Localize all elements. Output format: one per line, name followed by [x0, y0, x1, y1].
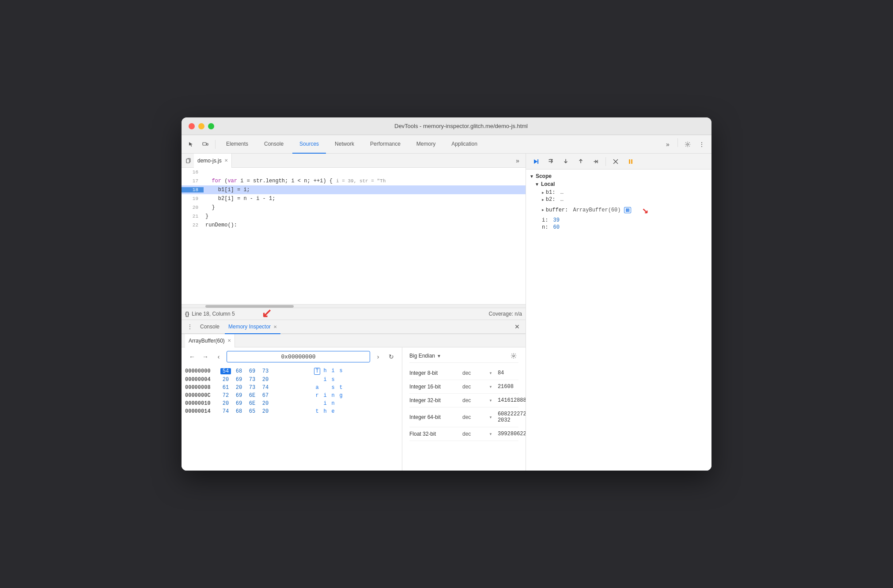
minimize-button[interactable]: [198, 123, 204, 129]
addr-next-btn[interactable]: ›: [373, 351, 383, 362]
device-toggle-icon[interactable]: [199, 138, 212, 151]
ascii-1-1[interactable]: i: [322, 377, 328, 383]
hex-byte-0-1[interactable]: 68: [234, 368, 244, 374]
settings-icon[interactable]: [681, 138, 694, 151]
buffer-tab-close[interactable]: ✕: [227, 338, 231, 343]
ascii-4-1[interactable]: i: [322, 400, 328, 407]
vi-format-int16[interactable]: dec: [462, 384, 489, 390]
hex-byte-2-2[interactable]: 73: [247, 384, 257, 391]
step-out-btn[interactable]: [575, 155, 587, 168]
hex-byte-5-1[interactable]: 68: [234, 408, 244, 415]
step-into-btn[interactable]: [560, 155, 572, 168]
memory-inspector-tab-close[interactable]: ✕: [273, 324, 277, 329]
ascii-3-1[interactable]: i: [322, 392, 328, 399]
ascii-3-3[interactable]: g: [338, 392, 344, 399]
scope-header[interactable]: ▼ Scope: [530, 173, 708, 179]
deactivate-breakpoints-btn[interactable]: [609, 155, 622, 168]
vi-format-int8[interactable]: dec: [462, 370, 489, 376]
tab-network[interactable]: Network: [328, 135, 361, 154]
hex-byte-5-2[interactable]: 65: [247, 408, 257, 415]
bottom-panel-close[interactable]: ✕: [512, 322, 522, 332]
hex-byte-1-0[interactable]: 20: [220, 377, 231, 383]
maximize-button[interactable]: [208, 123, 214, 129]
cursor-icon[interactable]: [185, 138, 197, 151]
ascii-0-0[interactable]: T: [314, 368, 320, 375]
ascii-1-3[interactable]: [338, 377, 344, 383]
ascii-4-2[interactable]: n: [330, 400, 336, 407]
addr-refresh-btn[interactable]: ↻: [386, 351, 397, 362]
step-over-btn[interactable]: [545, 155, 557, 168]
tab-application[interactable]: Application: [444, 135, 484, 154]
hex-byte-3-3[interactable]: 67: [260, 392, 271, 399]
source-tab-close[interactable]: ✕: [224, 158, 228, 163]
ascii-2-0[interactable]: a: [314, 384, 320, 391]
ascii-5-1[interactable]: h: [322, 408, 328, 415]
tab-memory[interactable]: Memory: [409, 135, 443, 154]
vi-format-float32[interactable]: dec: [462, 431, 489, 437]
hex-byte-3-2[interactable]: 6E: [247, 392, 257, 399]
hex-byte-0-3[interactable]: 73: [260, 368, 271, 374]
ascii-5-3[interactable]: [338, 408, 344, 415]
endian-selector[interactable]: Big Endian ▼: [409, 353, 441, 359]
more-source-tabs-icon[interactable]: »: [511, 155, 524, 167]
close-button[interactable]: [189, 123, 195, 129]
horizontal-scrollbar[interactable]: [182, 304, 526, 308]
ascii-3-0[interactable]: r: [314, 392, 320, 399]
hex-byte-2-0[interactable]: 61: [220, 384, 231, 391]
hex-byte-1-1[interactable]: 69: [234, 377, 244, 383]
format-braces[interactable]: {}: [185, 311, 189, 317]
ascii-1-0[interactable]: [314, 377, 320, 383]
array-buffer-tab[interactable]: ArrayBuffer(60) ✕: [185, 334, 235, 347]
ascii-5-0[interactable]: t: [314, 408, 320, 415]
tab-memory-inspector[interactable]: Memory Inspector ✕: [225, 320, 280, 334]
hex-byte-3-1[interactable]: 69: [234, 392, 244, 399]
hex-byte-5-3[interactable]: 20: [260, 408, 271, 415]
hex-byte-4-0[interactable]: 20: [220, 400, 231, 407]
vi-format-int64[interactable]: dec: [462, 414, 489, 420]
scope-item-b1[interactable]: ▶ b1: …: [535, 189, 708, 196]
more-options-icon[interactable]: ⋮: [696, 138, 708, 151]
ascii-0-2[interactable]: i: [330, 368, 336, 375]
ascii-0-3[interactable]: s: [338, 368, 344, 375]
hex-byte-2-3[interactable]: 74: [260, 384, 271, 391]
ascii-4-3[interactable]: [338, 400, 344, 407]
more-tabs-icon[interactable]: »: [662, 138, 674, 151]
tab-console[interactable]: Console: [257, 135, 291, 154]
hex-byte-3-0[interactable]: 72: [220, 392, 231, 399]
hex-byte-1-3[interactable]: 20: [260, 377, 271, 383]
resume-btn[interactable]: [530, 155, 542, 168]
hex-byte-1-2[interactable]: 73: [247, 377, 257, 383]
pause-on-exceptions-btn[interactable]: [624, 155, 637, 168]
ascii-0-1[interactable]: h: [322, 368, 328, 375]
file-navigator-icon[interactable]: [183, 155, 194, 166]
hex-byte-2-1[interactable]: 20: [234, 384, 244, 391]
tab-elements[interactable]: Elements: [219, 135, 255, 154]
ascii-5-2[interactable]: e: [330, 408, 336, 415]
hex-byte-4-3[interactable]: 20: [260, 400, 271, 407]
tab-performance[interactable]: Performance: [363, 135, 408, 154]
hex-byte-4-2[interactable]: 6E: [247, 400, 257, 407]
vi-format-int32[interactable]: dec: [462, 397, 489, 403]
memory-inspect-icon[interactable]: [624, 207, 631, 213]
scope-item-buffer[interactable]: ▶ buffer: ArrayBuffer(60): [535, 203, 708, 217]
ascii-1-2[interactable]: s: [330, 377, 336, 383]
ascii-3-2[interactable]: n: [330, 392, 336, 399]
vi-settings-icon[interactable]: [509, 351, 518, 361]
ascii-2-1[interactable]: [322, 384, 328, 391]
addr-prev-btn[interactable]: ‹: [213, 351, 224, 362]
tab-sources[interactable]: Sources: [292, 135, 326, 154]
step-btn[interactable]: [590, 155, 602, 168]
hex-byte-4-1[interactable]: 69: [234, 400, 244, 407]
ascii-2-3[interactable]: t: [338, 384, 344, 391]
tab-console-bottom[interactable]: Console: [197, 320, 223, 334]
scope-item-b2[interactable]: ▶ b2: …: [535, 196, 708, 203]
hex-byte-5-0[interactable]: 74: [220, 408, 231, 415]
addr-back-btn[interactable]: ←: [187, 351, 197, 362]
source-file-tab[interactable]: demo-js.js ✕: [194, 154, 232, 168]
bottom-tab-menu[interactable]: ⋮: [185, 322, 195, 332]
addr-forward-btn[interactable]: →: [200, 351, 211, 362]
ascii-4-0[interactable]: [314, 400, 320, 407]
hex-byte-0-2[interactable]: 69: [247, 368, 257, 374]
hex-byte-0-0[interactable]: 54: [220, 368, 231, 374]
local-scope-header[interactable]: ▼ Local: [535, 181, 708, 187]
